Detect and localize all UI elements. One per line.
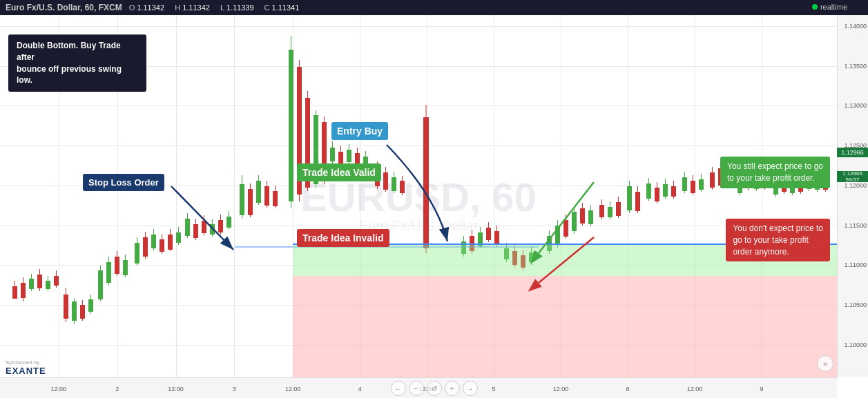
realtime-dot — [812, 4, 818, 10]
time-label-11: 9 — [760, 386, 763, 392]
nav-plus-btn[interactable]: + — [445, 381, 460, 396]
time-label-0: 12:00 — [51, 386, 67, 392]
sponsor-label: Sponsored by — [6, 359, 46, 366]
price-axis: 1.14000 1.13500 1.13000 1.12500 1.12000 … — [837, 15, 868, 377]
current-price-display: 1.12966 59:57 — [837, 171, 868, 182]
nav-minus-btn[interactable]: − — [409, 381, 424, 396]
time-label-1: 2 — [115, 386, 119, 392]
red-note: You don't expect price togo to your take… — [726, 219, 830, 261]
time-label-9: 8 — [626, 386, 629, 392]
current-price-badge: 1.12966 — [837, 148, 868, 157]
time-label-10: 12:00 — [687, 386, 703, 392]
trade-invalid-zone — [293, 276, 837, 377]
ohlc-display: O 1.11342 H 1.11342 L 1.11339 C 1.11341 — [129, 3, 308, 12]
time-label-7: 5 — [492, 386, 496, 392]
nav-controls: ← − ↺ + → — [391, 381, 478, 396]
price-label-10000: 1.10000 — [844, 341, 867, 348]
green-note: You still expect price to goto your take… — [720, 157, 830, 188]
time-label-2: 12:00 — [168, 386, 184, 392]
top-bar: Euro Fx/U.S. Dollar, 60, FXCM O 1.11342 … — [0, 0, 868, 15]
chart-title: Euro Fx/U.S. Dollar, 60, FXCM — [6, 3, 122, 12]
price-label-14000: 1.14000 — [844, 23, 867, 30]
time-label-5: 4 — [358, 386, 362, 392]
chart-area: EURUSD, 60 Euro Fx/U.S. Dollar — [0, 15, 837, 377]
trade-idea-invalid-label: Trade Idea Invalid — [297, 229, 389, 247]
scroll-right-btn[interactable]: » — [817, 355, 833, 372]
time-label-4: 12:00 — [285, 386, 301, 392]
nav-left-btn[interactable]: ← — [391, 381, 406, 396]
double-bottom-label: Double Bottom. Buy Trade afterbounce off… — [8, 34, 146, 92]
trade-idea-valid-label: Trade Idea Valid — [297, 163, 381, 181]
price-label-10500: 1.10500 — [844, 301, 867, 308]
stop-loss-label: Stop Loss Order — [83, 174, 164, 191]
time-label-3: 3 — [233, 386, 236, 392]
time-label-8: 12:00 — [553, 386, 569, 392]
sponsor: Sponsored by EXANTE — [6, 359, 46, 376]
nav-right-btn[interactable]: → — [463, 381, 478, 396]
price-label-11500: 1.11500 — [844, 222, 867, 229]
price-label-11000: 1.11000 — [844, 261, 867, 268]
entry-buy-label: Entry Buy — [331, 122, 388, 140]
sponsor-name: EXANTE — [6, 366, 46, 376]
chart-container: Euro Fx/U.S. Dollar, 60, FXCM O 1.11342 … — [0, 0, 868, 398]
price-label-12000: 1.12000 — [844, 182, 867, 189]
nav-reset-btn[interactable]: ↺ — [427, 381, 442, 396]
price-label-13500: 1.13500 — [844, 63, 867, 70]
price-label-13000: 1.13000 — [844, 102, 867, 109]
realtime-badge: realtime — [812, 3, 847, 11]
